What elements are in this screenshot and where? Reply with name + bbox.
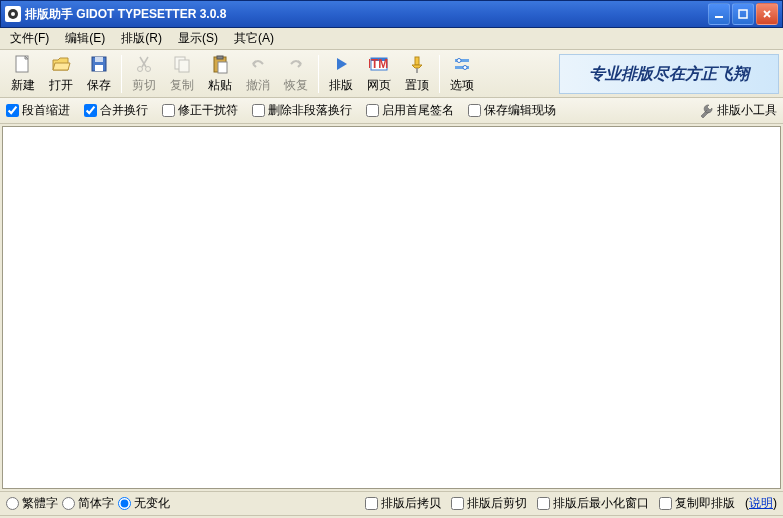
tool-link[interactable]: 排版小工具 (698, 102, 777, 119)
menu-edit[interactable]: 编辑(E) (57, 28, 113, 49)
help-paren: (说明) (745, 495, 777, 512)
menubar: 文件(F) 编辑(E) 排版(R) 显示(S) 其它(A) (0, 28, 783, 50)
window-title: 排版助手 GIDOT TYPESETTER 3.0.8 (25, 6, 706, 23)
charset-radios: 繁體字 简体字 无变化 (6, 495, 170, 512)
typeset-button[interactable]: 排版 (323, 52, 359, 96)
play-icon (330, 53, 352, 75)
chk-enabsig[interactable] (366, 104, 379, 117)
app-icon (5, 6, 21, 22)
svg-rect-11 (179, 60, 189, 72)
options-button[interactable]: 选项 (444, 52, 480, 96)
redo-icon (285, 53, 307, 75)
html-button[interactable]: HTML 网页 (361, 52, 397, 96)
undo-icon (247, 53, 269, 75)
svg-rect-6 (95, 57, 103, 62)
save-button[interactable]: 保存 (81, 52, 117, 96)
chk-indent[interactable] (6, 104, 19, 117)
options-icon (451, 53, 473, 75)
separator (121, 55, 122, 93)
redo-button[interactable]: 恢复 (278, 52, 314, 96)
chk-cutafter[interactable] (451, 497, 464, 510)
html-icon: HTML (368, 53, 390, 75)
toolbar: 新建 打开 保存 剪切 复制 粘贴 撤消 恢复 排版 HTML 网页 置顶 (0, 50, 783, 98)
svg-rect-7 (95, 65, 103, 71)
chk-merge[interactable] (84, 104, 97, 117)
svg-rect-18 (415, 57, 419, 65)
text-editor[interactable] (2, 126, 781, 489)
new-button[interactable]: 新建 (5, 52, 41, 96)
chk-savescene[interactable] (468, 104, 481, 117)
chk-minafter[interactable] (537, 497, 550, 510)
opt-enabsig[interactable]: 启用首尾签名 (366, 102, 454, 119)
opt-cutafter[interactable]: 排版后剪切 (451, 495, 527, 512)
optionbar: 段首缩进 合并换行 修正干扰符 删除非段落换行 启用首尾签名 保存编辑现场 排版… (0, 98, 783, 124)
open-icon (50, 53, 72, 75)
chk-fixsym[interactable] (162, 104, 175, 117)
cut-button[interactable]: 剪切 (126, 52, 162, 96)
svg-point-22 (457, 59, 461, 63)
paste-button[interactable]: 粘贴 (202, 52, 238, 96)
svg-point-8 (138, 67, 143, 72)
new-icon (12, 53, 34, 75)
copy-icon (171, 53, 193, 75)
chk-delnonpara[interactable] (252, 104, 265, 117)
cut-icon (133, 53, 155, 75)
svg-rect-2 (715, 16, 723, 18)
svg-text:HTML: HTML (369, 57, 389, 71)
opt-savescene[interactable]: 保存编辑现场 (468, 102, 556, 119)
undo-button[interactable]: 撤消 (240, 52, 276, 96)
opt-indent[interactable]: 段首缩进 (6, 102, 70, 119)
copy-button[interactable]: 复制 (164, 52, 200, 96)
menu-view[interactable]: 显示(S) (170, 28, 226, 49)
menu-file[interactable]: 文件(F) (2, 28, 57, 49)
help-link[interactable]: 说明 (749, 496, 773, 510)
minimize-button[interactable] (708, 3, 730, 25)
opt-copyafter[interactable]: 排版后拷贝 (365, 495, 441, 512)
radio-none[interactable]: 无变化 (118, 495, 170, 512)
menu-typeset[interactable]: 排版(R) (113, 28, 170, 49)
banner[interactable]: 专业排版尽在方正飞翔 (559, 54, 779, 94)
wrench-icon (698, 103, 714, 119)
svg-point-1 (11, 12, 15, 16)
titlebar: 排版助手 GIDOT TYPESETTER 3.0.8 (0, 0, 783, 28)
open-button[interactable]: 打开 (43, 52, 79, 96)
opt-minafter[interactable]: 排版后最小化窗口 (537, 495, 649, 512)
maximize-button[interactable] (732, 3, 754, 25)
pin-button[interactable]: 置顶 (399, 52, 435, 96)
svg-rect-3 (739, 10, 747, 18)
bottombar: 繁體字 简体字 无变化 排版后拷贝 排版后剪切 排版后最小化窗口 复制即排版 (… (0, 491, 783, 515)
radio-simp[interactable]: 简体字 (62, 495, 114, 512)
separator (439, 55, 440, 93)
paste-icon (209, 53, 231, 75)
menu-other[interactable]: 其它(A) (226, 28, 282, 49)
svg-rect-14 (218, 62, 227, 73)
save-icon (88, 53, 110, 75)
close-button[interactable] (756, 3, 778, 25)
chk-copyafter[interactable] (365, 497, 378, 510)
radio-trad[interactable]: 繁體字 (6, 495, 58, 512)
opt-merge[interactable]: 合并换行 (84, 102, 148, 119)
svg-rect-13 (217, 56, 223, 59)
svg-point-23 (463, 66, 467, 70)
svg-point-9 (146, 67, 151, 72)
pin-icon (406, 53, 428, 75)
separator (318, 55, 319, 93)
opt-fixsym[interactable]: 修正干扰符 (162, 102, 238, 119)
opt-delnonpara[interactable]: 删除非段落换行 (252, 102, 352, 119)
chk-copytypeset[interactable] (659, 497, 672, 510)
opt-copytypeset[interactable]: 复制即排版 (659, 495, 735, 512)
